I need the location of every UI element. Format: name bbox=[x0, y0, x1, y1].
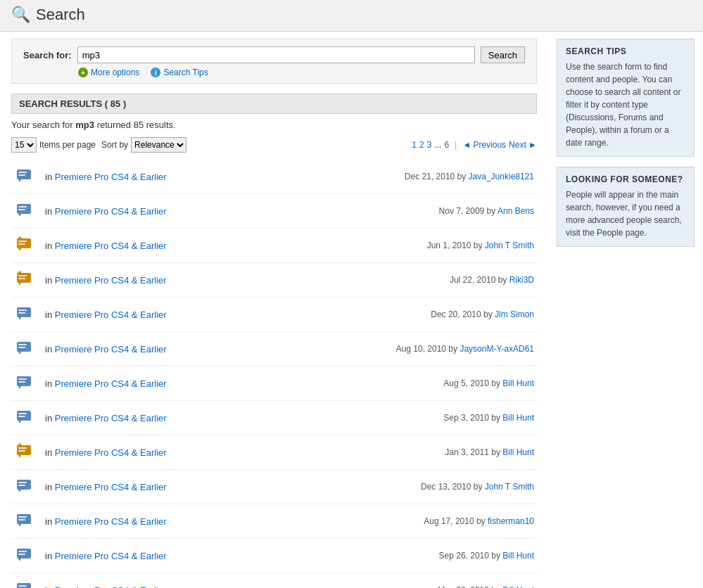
svg-marker-50 bbox=[18, 558, 21, 561]
result-forum-link[interactable]: Premiere Pro CS4 & Earlier bbox=[55, 275, 167, 286]
svg-rect-14 bbox=[18, 275, 27, 276]
svg-rect-36 bbox=[18, 450, 25, 452]
result-author-link[interactable]: fisherman10 bbox=[488, 516, 534, 526]
svg-rect-9 bbox=[18, 241, 27, 242]
result-info: in Premiere Pro CS4 & EarlierSep 3, 2010… bbox=[45, 413, 534, 423]
result-forum-link[interactable]: Premiere Pro CS4 & Earlier bbox=[55, 447, 167, 458]
svg-rect-24 bbox=[18, 347, 25, 348]
result-meta: Jan 3, 2011 by Bill Hunt bbox=[445, 447, 534, 457]
result-forum-link[interactable]: Premiere Pro CS4 & Earlier bbox=[55, 309, 167, 320]
svg-rect-32 bbox=[18, 416, 25, 417]
result-location: in Premiere Pro CS4 & Earlier bbox=[45, 378, 167, 389]
result-meta: May 30, 2010 by Bill Hunt bbox=[438, 585, 534, 588]
result-info: in Premiere Pro CS4 & EarlierAug 10, 201… bbox=[45, 344, 534, 354]
discussion-icon bbox=[14, 303, 37, 326]
discussion-icon bbox=[14, 338, 37, 360]
svg-rect-40 bbox=[18, 482, 27, 483]
table-row: in Premiere Pro CS4 & EarlierSep 26, 201… bbox=[11, 539, 537, 573]
result-author-link[interactable]: John T Smith bbox=[485, 241, 534, 250]
result-author-link[interactable]: Riki3D bbox=[509, 275, 534, 285]
result-meta: Sep 26, 2010 by Bill Hunt bbox=[439, 551, 534, 561]
page-6-link[interactable]: 6 bbox=[444, 140, 449, 150]
svg-marker-16 bbox=[18, 283, 21, 286]
svg-rect-1 bbox=[18, 172, 27, 173]
result-meta: Aug 10, 2010 by JaysonM-Y-axAD61 bbox=[396, 344, 534, 354]
result-forum-link[interactable]: Premiere Pro CS4 & Earlier bbox=[55, 241, 167, 251]
result-location: in Premiere Pro CS4 & Earlier bbox=[45, 447, 167, 458]
result-location: in Premiere Pro CS4 & Earlier bbox=[45, 206, 167, 217]
result-forum-link[interactable]: Premiere Pro CS4 & Earlier bbox=[55, 413, 167, 423]
result-meta: Dec 20, 2010 by Jim Simon bbox=[431, 309, 534, 319]
result-forum-link[interactable]: Premiere Pro CS4 & Earlier bbox=[55, 551, 167, 561]
result-meta: Nov 7, 2009 by Ann Bens bbox=[439, 206, 534, 216]
result-meta: Dec 13, 2010 by John T Smith bbox=[421, 482, 534, 492]
result-forum-link[interactable]: Premiere Pro CS4 & Earlier bbox=[55, 378, 167, 389]
result-forum-link[interactable]: Premiere Pro CS4 & Earlier bbox=[55, 172, 167, 182]
search-tips-icon: i bbox=[151, 68, 160, 77]
result-forum-link[interactable]: Premiere Pro CS4 & Earlier bbox=[55, 516, 167, 527]
result-forum-link[interactable]: Premiere Pro CS4 & Earlier bbox=[55, 206, 167, 217]
prev-page-link[interactable]: ◄ Previous bbox=[462, 140, 506, 150]
svg-rect-20 bbox=[18, 312, 25, 314]
discussion-icon bbox=[14, 475, 37, 498]
page-title: 🔍 Search bbox=[11, 6, 85, 24]
search-input[interactable] bbox=[77, 46, 475, 63]
per-page-select: 15 25 50 Items per page bbox=[11, 137, 96, 153]
page-1-link[interactable]: 1 bbox=[412, 140, 417, 150]
svg-marker-46 bbox=[18, 524, 21, 527]
discussion-icon bbox=[14, 200, 37, 222]
search-button[interactable]: Search bbox=[481, 46, 525, 63]
table-row: in Premiere Pro CS4 & EarlierAug 10, 201… bbox=[11, 332, 537, 366]
table-row: in Premiere Pro CS4 & EarlierSep 3, 2010… bbox=[11, 401, 537, 435]
result-location: in Premiere Pro CS4 & Earlier bbox=[45, 241, 167, 251]
page-header: 🔍 Search bbox=[0, 0, 703, 32]
svg-rect-31 bbox=[18, 413, 27, 414]
result-author-link[interactable]: Jim Simon bbox=[495, 309, 534, 319]
per-page-dropdown[interactable]: 15 25 50 bbox=[11, 137, 37, 153]
result-author-link[interactable]: Bill Hunt bbox=[502, 585, 534, 588]
result-author-link[interactable]: Java_Junkie8121 bbox=[469, 172, 534, 181]
discussion-icon bbox=[14, 579, 37, 588]
page-2-link[interactable]: 2 bbox=[419, 140, 424, 150]
result-forum-link[interactable]: Premiere Pro CS4 & Earlier bbox=[55, 585, 167, 589]
svg-marker-25 bbox=[18, 352, 21, 354]
svg-marker-29 bbox=[18, 386, 21, 389]
search-form-row: Search for: Search bbox=[23, 46, 525, 63]
result-location: in Premiere Pro CS4 & Earlier bbox=[45, 516, 167, 527]
table-row: in Premiere Pro CS4 & EarlierDec 21, 201… bbox=[11, 160, 537, 194]
svg-rect-28 bbox=[18, 381, 25, 383]
next-page-link[interactable]: Next ► bbox=[509, 140, 537, 150]
sort-by-area: Sort by Relevance Date bbox=[101, 137, 186, 153]
sort-select[interactable]: Relevance Date bbox=[131, 137, 186, 153]
result-meta: Jul 22, 2010 by Riki3D bbox=[450, 275, 534, 285]
result-author-link[interactable]: Bill Hunt bbox=[502, 447, 534, 457]
result-author-link[interactable]: John T Smith bbox=[485, 482, 534, 492]
result-meta: Sep 3, 2010 by Bill Hunt bbox=[443, 413, 534, 423]
search-tips-box: SEARCH TIPS Use the search form to find … bbox=[557, 39, 695, 157]
result-author-link[interactable]: Bill Hunt bbox=[502, 413, 534, 423]
result-location: in Premiere Pro CS4 & Earlier bbox=[45, 585, 167, 589]
result-author-link[interactable]: JaysonM-Y-axAD61 bbox=[460, 344, 534, 354]
page-3-link[interactable]: 3 bbox=[427, 140, 432, 150]
svg-rect-35 bbox=[18, 447, 27, 449]
people-search-box: LOOKING FOR SOMEONE? People will appear … bbox=[557, 167, 695, 247]
search-tips-link[interactable]: i Search Tips bbox=[151, 68, 208, 77]
result-forum-link[interactable]: Premiere Pro CS4 & Earlier bbox=[55, 482, 167, 492]
search-form-area: Search for: Search + More options i Sear… bbox=[11, 39, 537, 84]
result-info: in Premiere Pro CS4 & EarlierAug 17, 201… bbox=[45, 516, 534, 527]
result-author-link[interactable]: Bill Hunt bbox=[502, 378, 534, 388]
svg-marker-21 bbox=[18, 317, 21, 320]
search-for-label: Search for: bbox=[23, 50, 72, 60]
table-row: in Premiere Pro CS4 & EarlierDec 20, 201… bbox=[11, 298, 537, 332]
result-info: in Premiere Pro CS4 & EarlierJan 3, 2011… bbox=[45, 447, 534, 458]
more-options-link[interactable]: + More options bbox=[78, 68, 139, 77]
result-meta: Aug 17, 2010 by fisherman10 bbox=[424, 516, 534, 526]
result-author-link[interactable]: Bill Hunt bbox=[502, 551, 534, 561]
result-author-link[interactable]: Ann Bens bbox=[498, 206, 534, 216]
people-search-title: LOOKING FOR SOMEONE? bbox=[566, 174, 685, 184]
svg-rect-52 bbox=[18, 585, 27, 587]
results-summary: Your search for mp3 returned 85 results. bbox=[11, 120, 537, 130]
result-location: in Premiere Pro CS4 & Earlier bbox=[45, 309, 167, 320]
result-forum-link[interactable]: Premiere Pro CS4 & Earlier bbox=[55, 344, 167, 354]
table-row: in Premiere Pro CS4 & EarlierJun 1, 2010… bbox=[11, 229, 537, 263]
